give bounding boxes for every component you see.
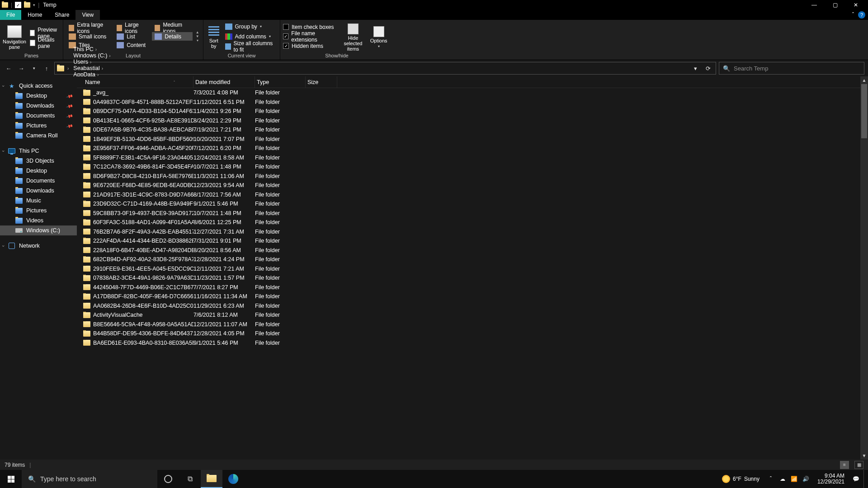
collapse-ribbon-button[interactable]: ˆ (848, 10, 858, 20)
file-row[interactable]: 0A49837C-08F8-4571-888B-5212A7EF2B...11/… (77, 98, 868, 107)
file-row[interactable]: _avg_7/3/2021 4:08 PMFile folder (77, 88, 868, 98)
sidebar-quick-access[interactable]: ★Quick access (0, 81, 77, 91)
maximize-button[interactable]: ▢ (825, 0, 845, 10)
help-button[interactable]: ? (858, 11, 865, 19)
navigation-pane-button[interactable]: Navigation pane (3, 21, 26, 52)
notifications-icon[interactable]: 💬 (852, 476, 860, 482)
preview-pane-button[interactable]: Preview pane (28, 28, 61, 38)
tab-home[interactable]: Home (21, 10, 48, 20)
sidebar-item[interactable]: Desktop📌 (0, 91, 77, 101)
add-columns-button[interactable]: Add columns▾ (223, 32, 278, 41)
qat-properties-icon[interactable]: ✓ (15, 2, 21, 8)
options-button[interactable]: ✓ Options ▾ (367, 21, 391, 52)
qat-dropdown-icon[interactable]: ▾ (33, 3, 35, 7)
vertical-scrollbar[interactable]: ▲ ▼ (860, 76, 868, 460)
forward-button[interactable]: → (16, 63, 26, 73)
layout-details[interactable]: Details (152, 32, 193, 41)
file-extensions-toggle[interactable]: File name extensions (283, 32, 340, 41)
taskbar-edge[interactable] (222, 470, 244, 488)
file-row[interactable]: 0B9DCF75-047A-4D33-B104-5D1A4F632...11/4… (77, 107, 868, 116)
file-row[interactable]: 0DE67A5B-9B76-4C35-BA38-AEBCABFE5...7/19… (77, 125, 868, 135)
address-dropdown[interactable]: ▾ (689, 62, 701, 74)
show-desktop-button[interactable] (863, 470, 866, 488)
tab-file[interactable]: File (0, 10, 21, 20)
sidebar-item[interactable]: Pictures (0, 206, 77, 216)
sidebar-item[interactable]: Music (0, 196, 77, 206)
breadcrumb-segment[interactable]: Users› (71, 59, 112, 65)
file-row[interactable]: 682CB94D-AF92-40A2-83D8-25F978A78...12/2… (77, 255, 868, 264)
column-type[interactable]: Type (255, 76, 306, 88)
sidebar-item[interactable]: Pictures📌 (0, 121, 77, 131)
file-row[interactable]: 07838AB2-3CE4-49A1-9826-9A79A63D7...11/2… (77, 273, 868, 283)
sidebar-item[interactable]: Downloads (0, 186, 77, 196)
details-view-toggle[interactable]: ≡ (840, 461, 849, 469)
qat-newfolder-icon[interactable] (24, 2, 30, 8)
file-row[interactable]: B44B58DF-DE95-4306-BDFE-84D64372A...12/2… (77, 329, 868, 338)
sidebar-item[interactable]: Videos (0, 216, 77, 225)
file-row[interactable]: 2E956F37-FF06-4946-ADBA-AC45F20F1D...7/1… (77, 144, 868, 153)
file-row[interactable]: 44245048-7F7D-4469-B06E-2C1C7B67FE...7/7… (77, 283, 868, 292)
column-date[interactable]: Date modified (193, 76, 255, 88)
layout-small[interactable]: Small icons (66, 32, 112, 41)
file-row[interactable]: A17DB8DF-82BC-405F-9E46-D7C665600...11/1… (77, 292, 868, 301)
layout-large[interactable]: Large icons (114, 23, 150, 32)
layout-extra-large[interactable]: Extra large icons (66, 23, 112, 32)
breadcrumb-sep[interactable]: › (66, 66, 71, 71)
file-row[interactable]: B8E56646-5C9A-4F48-A958-0A5A51AD0...12/2… (77, 320, 868, 329)
file-row[interactable]: 7C12CA78-3692-49B6-814F-3D45E4FAB0...10/… (77, 162, 868, 172)
file-row[interactable]: ActivityVisualCache7/6/2021 8:12 AMFile … (77, 310, 868, 320)
task-view-button[interactable]: ⧉ (179, 470, 201, 488)
scroll-down-icon[interactable]: ▼ (860, 452, 868, 460)
taskbar-search[interactable]: 🔍 Type here to search (22, 470, 157, 488)
cortana-button[interactable] (157, 470, 179, 488)
breadcrumb-segment[interactable]: Windows (C:)› (71, 52, 112, 59)
hide-selected-button[interactable]: Hide selected items (341, 21, 365, 52)
layout-list[interactable]: List (114, 32, 150, 41)
sidebar-item[interactable]: Camera Roll (0, 131, 77, 141)
onedrive-icon[interactable]: ☁ (778, 476, 787, 482)
scroll-thumb[interactable] (861, 84, 867, 138)
file-row[interactable]: 23D9D32C-C71D-4169-A48B-E9A949FBC...9/1/… (77, 199, 868, 209)
back-button[interactable]: ← (4, 63, 14, 73)
close-button[interactable]: ✕ (845, 0, 866, 10)
navigation-pane[interactable]: ★Quick access Desktop📌Downloads📌Document… (0, 76, 77, 460)
layout-medium[interactable]: Medium icons (152, 23, 193, 32)
details-pane-button[interactable]: Details pane (28, 38, 61, 47)
breadcrumb-segment[interactable]: Seabastial› (71, 65, 112, 71)
hidden-items-toggle[interactable]: Hidden items (283, 41, 340, 51)
layout-content[interactable]: Content (114, 41, 150, 49)
sidebar-network[interactable]: Network (0, 241, 77, 251)
file-row[interactable]: AA0682B4-26D8-4E6F-B10D-4AD25C013...11/2… (77, 301, 868, 311)
scroll-up-icon[interactable]: ▲ (860, 76, 868, 84)
address-bar[interactable]: › This PC›Windows (C:)›Users›Seabastial›… (54, 62, 716, 75)
tray-overflow-icon[interactable]: ˆ (767, 476, 775, 482)
column-name[interactable]: Nameˆ (83, 76, 193, 88)
taskbar-file-explorer[interactable] (201, 470, 222, 488)
file-row[interactable]: 21AD917E-3D1E-4C9C-8783-D9D7A662...8/17/… (77, 190, 868, 200)
thumbnails-view-toggle[interactable]: ▦ (854, 461, 863, 469)
start-button[interactable] (0, 470, 22, 488)
sidebar-item[interactable]: Windows (C:) (0, 225, 77, 235)
group-by-button[interactable]: Group by▾ (223, 22, 278, 31)
file-row[interactable]: 1B49EF2B-5130-4DD6-85BF-8BDF56099...10/2… (77, 135, 868, 144)
column-size[interactable]: Size (306, 76, 337, 88)
sidebar-item[interactable]: 3D Objects (0, 156, 77, 166)
file-row[interactable]: BA6ED61E-E093-4BA0-8310-8E036A5D209/1/20… (77, 338, 868, 348)
file-row[interactable]: 2910FEE9-E361-4EE5-A045-E5DCC9CEEE...12/… (77, 264, 868, 274)
recent-dropdown[interactable]: ▾ (29, 63, 39, 73)
wifi-icon[interactable]: 📶 (790, 476, 798, 482)
file-row[interactable]: 8D6F9B27-D8C8-4210-B1FA-58E7976E08...11/… (77, 172, 868, 181)
sort-by-button[interactable]: Sort by (206, 21, 222, 52)
file-row[interactable]: 0B413E41-0665-4CF6-925B-AE8E391D8E...8/2… (77, 116, 868, 126)
file-row[interactable]: 60F3FA3C-5188-4AD1-A099-4F01A5AAC...8/6/… (77, 218, 868, 227)
file-row[interactable]: 222AF4DA-4414-4344-BED2-BD38862B...7/31/… (77, 236, 868, 246)
layout-scroll[interactable]: ▲ ▼ ▾ (194, 28, 200, 44)
size-columns-button[interactable]: Size all columns to fit (223, 42, 278, 51)
minimize-button[interactable]: — (804, 0, 825, 10)
file-row[interactable]: 5F8889F7-E3B1-4C5A-9F16-23A04405F6E212/2… (77, 153, 868, 163)
weather-widget[interactable]: 6°F Sunny (722, 475, 760, 483)
refresh-button[interactable]: ⟳ (702, 62, 714, 74)
sidebar-this-pc[interactable]: This PC (0, 146, 77, 156)
up-button[interactable]: ↑ (42, 63, 52, 73)
file-row[interactable]: 76B2B7A6-8F2F-49A3-A42B-EAB45517A...12/2… (77, 227, 868, 237)
